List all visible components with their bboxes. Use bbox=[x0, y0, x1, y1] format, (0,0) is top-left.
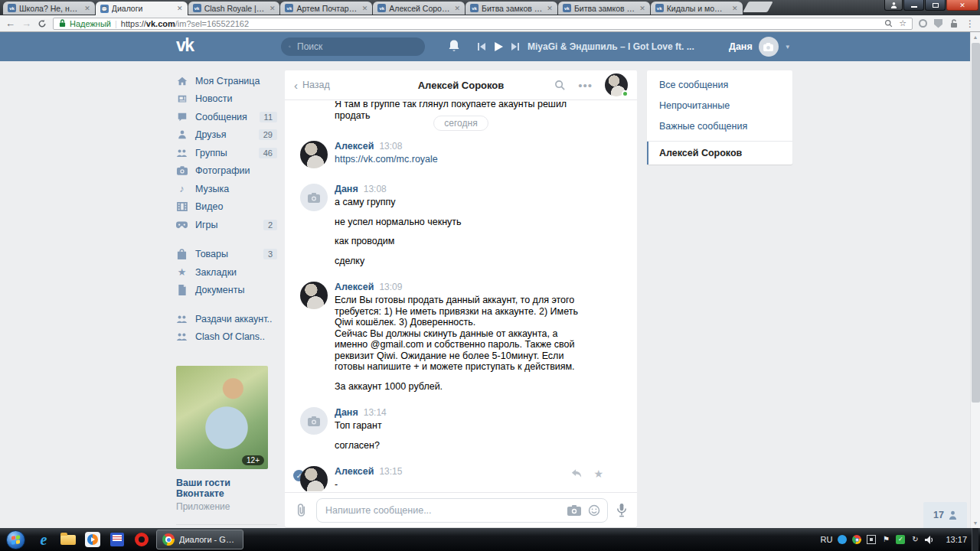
taskbar-opera-icon[interactable] bbox=[129, 530, 154, 549]
back-button[interactable]: ‹Назад bbox=[294, 80, 330, 91]
tab-close-icon[interactable]: ✕ bbox=[84, 5, 90, 12]
show-desktop-button[interactable] bbox=[972, 528, 978, 551]
player-next-icon[interactable] bbox=[511, 43, 519, 51]
reload-icon[interactable] bbox=[38, 19, 47, 28]
nav-video[interactable]: Видео bbox=[176, 198, 277, 217]
nav-music[interactable]: ♪ Музыка bbox=[176, 180, 277, 198]
nav-photos[interactable]: Фотографии bbox=[176, 162, 277, 181]
tab-close-icon[interactable]: ✕ bbox=[270, 5, 276, 12]
minimize-button[interactable] bbox=[903, 0, 924, 11]
tray-network-ok-icon[interactable]: ✓ bbox=[896, 535, 905, 544]
message-input[interactable] bbox=[324, 504, 560, 517]
tab-close-icon[interactable]: ✕ bbox=[732, 5, 738, 12]
tray-app-icon[interactable] bbox=[867, 535, 876, 544]
photo-attach-icon[interactable] bbox=[567, 505, 581, 516]
taskbar-ie-icon[interactable]: e bbox=[31, 530, 56, 549]
chat-peer-avatar[interactable] bbox=[605, 73, 628, 96]
chrome-menu-icon[interactable]: ⋮ bbox=[965, 18, 975, 29]
filter-unread[interactable]: Непрочитанные bbox=[647, 95, 792, 116]
ad-title[interactable]: Ваши гости Вконтакте bbox=[176, 478, 277, 499]
ad-image[interactable]: 12+ bbox=[176, 366, 268, 469]
avatar[interactable] bbox=[300, 141, 328, 168]
taskbar-chrome-window[interactable]: Диалоги - Google... bbox=[156, 530, 243, 549]
nav-group-razdachi[interactable]: Раздачи аккаунт.. bbox=[176, 310, 277, 328]
tab-dialogi-active[interactable]: 💬 Диалоги ✕ bbox=[96, 2, 188, 15]
tray-volume-icon[interactable] bbox=[925, 535, 934, 544]
tab-artem[interactable]: vk Артем Почтаренко ✕ bbox=[280, 2, 372, 15]
nav-groups[interactable]: Группы 46 bbox=[176, 144, 277, 162]
scroll-up-icon[interactable]: ▲ bbox=[971, 34, 980, 40]
zoom-icon[interactable] bbox=[884, 19, 893, 28]
avatar[interactable] bbox=[300, 184, 328, 211]
nav-games[interactable]: Игры 2 bbox=[176, 216, 277, 234]
tab-kidaly[interactable]: vk Кидалы и мошенники в v... ✕ bbox=[651, 2, 743, 15]
selected-dialog[interactable]: Алексей Сороков bbox=[647, 142, 792, 165]
date-separator[interactable]: сегодня bbox=[433, 116, 488, 131]
tray-flag-icon[interactable]: ⚑ bbox=[881, 535, 890, 544]
lock-extension-icon[interactable] bbox=[949, 19, 959, 28]
nav-bookmarks[interactable]: ★ Закладки bbox=[176, 263, 277, 282]
tab-close-icon[interactable]: ✕ bbox=[639, 5, 645, 12]
message-sender[interactable]: Даня bbox=[335, 407, 358, 418]
address-bar[interactable]: Надежный | https://vk.com/im?sel=1655221… bbox=[53, 18, 913, 30]
search-input[interactable] bbox=[296, 41, 417, 53]
tab-aleksey[interactable]: vk Алексей Сороков ✕ bbox=[373, 2, 465, 15]
taskbar-save-app-icon[interactable] bbox=[105, 530, 129, 549]
chrome-profile-button[interactable] bbox=[884, 0, 903, 11]
shield-extension-icon[interactable] bbox=[934, 19, 942, 28]
scrollbar-thumb[interactable] bbox=[972, 43, 980, 403]
close-button[interactable]: ✕ bbox=[946, 0, 978, 11]
avatar[interactable] bbox=[300, 466, 328, 491]
nav-news[interactable]: Новости bbox=[176, 90, 277, 109]
maximize-button[interactable] bbox=[925, 0, 946, 11]
tab-close-icon[interactable]: ✕ bbox=[547, 5, 553, 12]
security-label[interactable]: Надежный bbox=[70, 19, 111, 28]
message-sender[interactable]: Алексей bbox=[335, 282, 374, 292]
chat-menu-icon[interactable]: ••• bbox=[578, 79, 593, 92]
attach-paperclip-icon[interactable] bbox=[295, 503, 308, 517]
back-icon[interactable]: ← bbox=[5, 18, 15, 28]
online-friends-widget[interactable]: 17 bbox=[923, 502, 967, 528]
scroll-down-icon[interactable]: ▼ bbox=[971, 520, 980, 526]
nav-group-clash[interactable]: Clash Of Clans.. bbox=[176, 328, 277, 347]
emoji-icon[interactable] bbox=[588, 504, 600, 517]
tab-bitva-1[interactable]: vk Битва замков и Clash Roy... ✕ bbox=[466, 2, 557, 15]
avatar[interactable] bbox=[300, 282, 328, 309]
nav-my-page[interactable]: Моя Страница bbox=[176, 72, 277, 90]
important-star-icon[interactable]: ★ bbox=[593, 468, 603, 479]
nav-documents[interactable]: Документы bbox=[176, 282, 277, 300]
chat-search-icon[interactable] bbox=[554, 80, 566, 91]
player-track-title[interactable]: MiyaGi & Эндшпиль – I Got Love ft. ... bbox=[528, 41, 694, 52]
tab-close-icon[interactable]: ✕ bbox=[177, 5, 183, 12]
player-prev-icon[interactable] bbox=[478, 43, 485, 51]
bookmark-star-icon[interactable]: ☆ bbox=[899, 18, 906, 28]
reply-icon[interactable] bbox=[571, 468, 582, 478]
tab-clash-royale[interactable]: vk Clash Royale | Куплю/Про... ✕ bbox=[188, 2, 280, 15]
tab-bitva-2[interactable]: vk Битва замков и Clash Roy... ✕ bbox=[558, 2, 650, 15]
filter-important[interactable]: Важные сообщения bbox=[647, 116, 792, 136]
new-tab-button[interactable] bbox=[743, 2, 773, 12]
message-sender[interactable]: Даня bbox=[335, 184, 358, 194]
tab-shkola[interactable]: vk Школа? Не, не слышали! ✕ bbox=[3, 2, 95, 15]
tab-close-icon[interactable]: ✕ bbox=[455, 5, 461, 12]
vk-logo[interactable]: vk bbox=[176, 35, 194, 56]
forward-icon[interactable]: → bbox=[21, 18, 31, 28]
message-list[interactable]: Я там в группе так глянул покупаете акау… bbox=[285, 101, 637, 491]
page-scrollbar[interactable]: ▲ ▼ bbox=[970, 32, 980, 528]
extension-icon[interactable] bbox=[919, 19, 927, 28]
microphone-icon[interactable] bbox=[616, 503, 627, 517]
sidebar-ad[interactable]: 12+ Ваши гости Вконтакте Приложение bbox=[176, 366, 277, 512]
nav-messages[interactable]: Сообщения 11 bbox=[176, 108, 277, 126]
message-sender[interactable]: Алексей bbox=[335, 141, 374, 152]
taskbar-explorer-icon[interactable] bbox=[56, 530, 80, 549]
global-search[interactable] bbox=[281, 37, 425, 56]
message-link[interactable]: https://vk.com/mc.royale bbox=[335, 154, 438, 165]
message-sender[interactable]: Алексей bbox=[335, 466, 374, 477]
taskbar-clock[interactable]: 13:17 bbox=[946, 535, 967, 544]
language-indicator[interactable]: RU bbox=[821, 535, 833, 544]
tray-update-icon[interactable] bbox=[838, 535, 847, 544]
message-input-box[interactable] bbox=[316, 498, 608, 523]
start-button[interactable] bbox=[6, 530, 25, 549]
nav-market[interactable]: Товары 3 bbox=[176, 246, 277, 264]
tray-chrome-icon[interactable] bbox=[852, 535, 861, 544]
